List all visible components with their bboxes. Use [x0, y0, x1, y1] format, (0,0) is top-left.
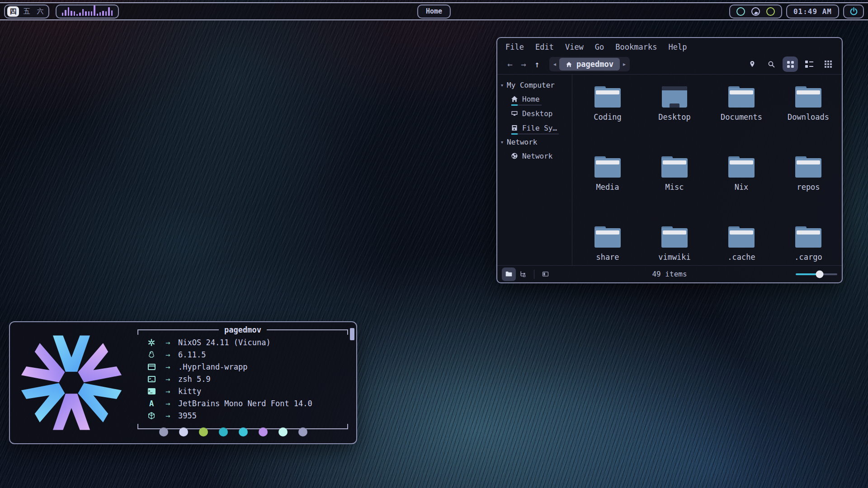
sidebar-item-label: Home	[522, 95, 540, 103]
tux-penguin-icon	[146, 351, 157, 359]
workspace-switcher[interactable]: 四五六	[4, 5, 49, 19]
palette-color-dot	[199, 427, 208, 436]
menu-item-edit[interactable]: Edit	[535, 42, 554, 52]
menu-item-view[interactable]: View	[565, 42, 584, 52]
path-segment-home[interactable]: pagedmov	[559, 58, 620, 70]
folder-icon	[594, 226, 621, 248]
file-item[interactable]: Misc	[641, 156, 708, 226]
view-detailed-list-button[interactable]	[802, 56, 817, 72]
home-icon	[511, 95, 518, 103]
menu-item-file[interactable]: File	[505, 42, 524, 52]
fetch-row: >_→kitty	[146, 385, 348, 397]
visualizer-bar	[65, 10, 66, 16]
shell-prompt-icon: >_	[146, 376, 157, 382]
menu-item-bookmarks[interactable]: Bookmarks	[615, 42, 657, 52]
back-arrow-icon: ←	[507, 59, 512, 69]
active-window-title[interactable]: Home	[417, 5, 451, 19]
status-bar: 49 items	[497, 265, 842, 282]
file-name-label: repos	[797, 183, 820, 192]
folder-pane-icon	[505, 270, 513, 278]
audio-visualizer	[56, 5, 119, 19]
sidebar-item-network[interactable]: Network	[497, 149, 572, 163]
workspace-button[interactable]: 四	[7, 6, 19, 17]
fastfetch-output: pagedmov →NixOS 24.11 (Vicuna)→6.11.5→.H…	[137, 329, 348, 429]
search-button[interactable]	[764, 56, 779, 72]
visualizer-bar	[88, 11, 90, 16]
forward-button[interactable]: →	[517, 59, 530, 69]
file-item[interactable]: Nix	[708, 156, 775, 226]
file-item[interactable]: share	[574, 226, 641, 296]
toggle-side-pane-button[interactable]	[538, 267, 552, 281]
side-pane-icon	[542, 270, 549, 278]
path-segment-label: pagedmov	[576, 60, 613, 69]
file-manager-toolbar: ← → ↑ ◂ pagedmov ▸	[497, 54, 842, 74]
file-item[interactable]: .cache	[708, 226, 775, 296]
fetch-lines: →NixOS 24.11 (Vicuna)→6.11.5→.Hyprland-w…	[137, 335, 348, 422]
workspace-button[interactable]: 六	[34, 6, 46, 17]
file-item[interactable]: .cargo	[775, 226, 842, 296]
desktop-folder-icon	[662, 86, 687, 108]
file-item[interactable]: repos	[775, 156, 842, 226]
path-scroll-left-button[interactable]: ◂	[550, 61, 559, 67]
palette-color-dot	[278, 427, 288, 436]
visualizer-bar	[91, 11, 92, 16]
status-separator	[534, 270, 534, 279]
file-item[interactable]: Downloads	[775, 86, 842, 156]
fetch-value: kitty	[178, 387, 201, 396]
palette-color-dot	[219, 427, 228, 436]
back-button[interactable]: ←	[503, 59, 517, 69]
zoom-slider[interactable]	[796, 273, 837, 275]
fetch-value: JetBrains Mono Nerd Font 14.0	[178, 399, 312, 408]
file-manager-body: ▾My ComputerHomeDesktopFile Sy…▾NetworkN…	[497, 74, 842, 265]
clock-widget[interactable]: 01:49 AM	[786, 5, 839, 19]
palette-color-dot	[298, 427, 307, 436]
visualizer-bar	[105, 11, 107, 16]
path-bar: ◂ pagedmov ▸	[549, 57, 630, 71]
folder-icon	[728, 226, 755, 248]
file-item[interactable]: Desktop	[641, 86, 708, 156]
view-icons-button[interactable]	[783, 56, 798, 72]
clock-text: 01:49 AM	[793, 7, 832, 16]
visualizer-bar	[102, 11, 104, 16]
sidebar-group-my-computer[interactable]: ▾My Computer	[497, 78, 572, 92]
sidebar-item-filesy[interactable]: File Sy…	[497, 121, 572, 135]
folder-icon	[795, 156, 821, 178]
sidebar-group-network[interactable]: ▾Network	[497, 135, 572, 149]
folder-icon	[661, 156, 688, 178]
menu-item-go[interactable]: Go	[595, 42, 604, 52]
palette-color-dot	[179, 427, 188, 436]
view-compact-button[interactable]	[821, 56, 836, 72]
sidebar-item-label: Desktop	[522, 109, 552, 118]
sidebar-item-desktop[interactable]: Desktop	[497, 106, 572, 121]
file-item[interactable]: vimwiki	[641, 226, 708, 296]
file-item[interactable]: Media	[574, 156, 641, 226]
file-name-label: Coding	[594, 113, 621, 122]
power-button[interactable]	[843, 5, 864, 19]
location-button[interactable]	[745, 56, 760, 72]
palette-color-dot	[239, 427, 248, 436]
up-button[interactable]: ↑	[530, 59, 544, 69]
show-tree-button[interactable]	[516, 267, 530, 281]
menu-item-help[interactable]: Help	[668, 42, 687, 52]
file-name-label: .cache	[727, 253, 755, 262]
monitor-ring-icon	[751, 7, 760, 16]
drive-icon	[511, 124, 518, 131]
terminal-cursor	[350, 328, 354, 340]
fetch-value: NixOS 24.11 (Vicuna)	[178, 338, 271, 347]
visualizer-bar	[99, 12, 101, 16]
file-grid: CodingDesktopDocumentsDownloadsMediaMisc…	[572, 75, 842, 265]
show-directories-button[interactable]	[502, 267, 516, 281]
visualizer-bar	[111, 10, 113, 16]
system-monitor-rings[interactable]	[729, 5, 782, 19]
fetch-row: →.Hyprland-wrapp	[146, 361, 348, 373]
path-scroll-right-button[interactable]: ▸	[620, 61, 629, 67]
zoom-slider-thumb[interactable]	[816, 270, 824, 278]
workspace-button[interactable]: 五	[21, 6, 33, 17]
nixos-logo	[21, 332, 122, 433]
visualizer-bar	[79, 13, 80, 16]
terminal-window[interactable]: pagedmov →NixOS 24.11 (Vicuna)→6.11.5→.H…	[9, 321, 357, 444]
sidebar-item-home[interactable]: Home	[497, 92, 572, 106]
tree-view-icon	[519, 270, 527, 278]
file-item[interactable]: Documents	[708, 86, 775, 156]
file-item[interactable]: Coding	[574, 86, 641, 156]
